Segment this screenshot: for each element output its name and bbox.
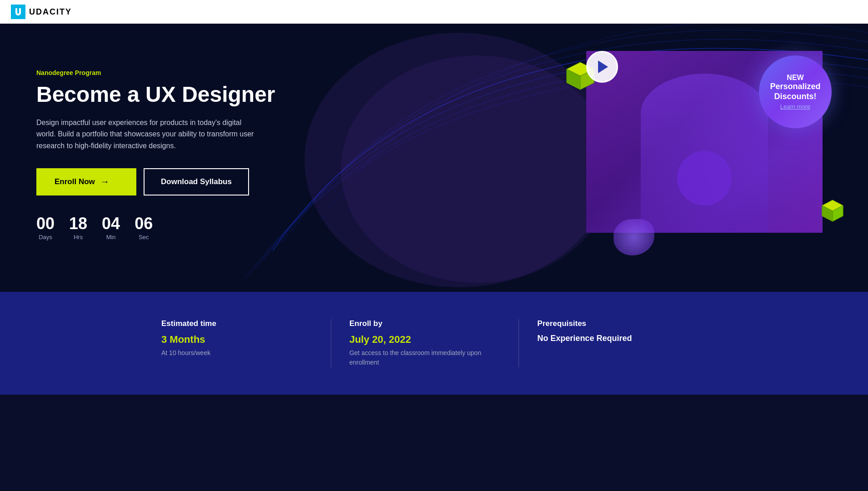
hero-description: Design impactful user experiences for pr… — [36, 117, 254, 152]
learn-more-link[interactable]: Learn more — [780, 103, 810, 110]
logo[interactable]: UDACITY — [11, 5, 72, 19]
enroll-now-button[interactable]: Enroll Now → — [36, 168, 136, 195]
nanodegree-label: Nanodegree Program — [36, 69, 300, 76]
countdown-timer: 00 Days 18 Hrs 04 Min 06 Sec — [36, 215, 300, 240]
info-prerequisites: Prerequisites No Experience Required — [519, 319, 707, 367]
hero-section: Nanodegree Program Become a UX Designer … — [0, 24, 868, 292]
countdown-min: 04 Min — [102, 215, 120, 240]
info-section: Estimated time 3 Months At 10 hours/week… — [0, 292, 868, 395]
udacity-logo-icon — [11, 5, 25, 19]
navbar: UDACITY — [0, 0, 868, 24]
info-grid: Estimated time 3 Months At 10 hours/week… — [161, 319, 707, 367]
hero-title: Become a UX Designer — [36, 83, 300, 107]
cube-green-small — [820, 199, 845, 224]
discount-badge[interactable]: NEW Personalized Discounts! Learn more — [759, 55, 832, 128]
arrow-icon: → — [100, 176, 110, 187]
countdown-sec: 06 Sec — [135, 215, 153, 240]
countdown-days: 00 Days — [36, 215, 55, 240]
play-button[interactable] — [586, 51, 618, 83]
svg-rect-0 — [11, 5, 25, 19]
play-icon — [598, 60, 608, 73]
info-enroll-by: Enroll by July 20, 2022 Get access to th… — [331, 319, 519, 367]
hero-right-content: NEW Personalized Discounts! Learn more — [577, 37, 841, 260]
countdown-hrs: 18 Hrs — [69, 215, 87, 240]
download-syllabus-button[interactable]: Download Syllabus — [144, 168, 249, 195]
info-estimated-time: Estimated time 3 Months At 10 hours/week — [161, 319, 331, 367]
hero-left-content: Nanodegree Program Become a UX Designer … — [36, 60, 300, 240]
logo-text: UDACITY — [29, 7, 72, 17]
purple-blob-decoration — [614, 219, 654, 256]
cta-buttons: Enroll Now → Download Syllabus — [36, 168, 300, 195]
